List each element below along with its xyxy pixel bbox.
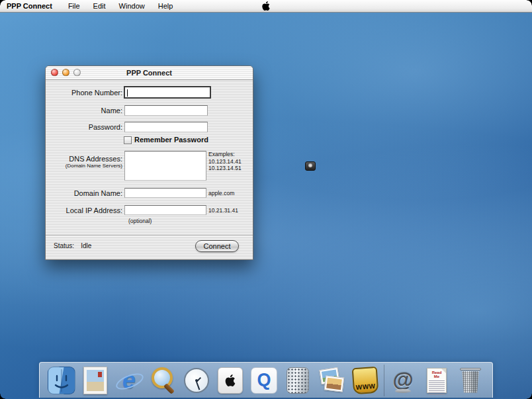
- mail-stamp-icon: [83, 367, 107, 394]
- menu-item-window[interactable]: Window: [119, 2, 145, 10]
- remember-password-checkbox[interactable]: [124, 136, 132, 144]
- domain-name-input[interactable]: [124, 188, 206, 198]
- readme-icon: Read Me: [427, 368, 447, 393]
- image-capture-icon: [317, 366, 346, 395]
- dock-item-readme[interactable]: Read Me: [421, 364, 452, 397]
- mail-at-icon: @: [388, 366, 418, 395]
- dock-item-clock[interactable]: [181, 364, 212, 397]
- dock-item-quicktime[interactable]: Q: [249, 364, 279, 397]
- dock-item-mail[interactable]: [80, 364, 111, 397]
- local-ip-label: Local IP Address:: [48, 206, 122, 214]
- trash-icon: [460, 367, 481, 394]
- dock-item-image-capture[interactable]: [316, 364, 347, 397]
- connect-button[interactable]: Connect: [195, 240, 239, 252]
- dock-separator: [384, 365, 384, 396]
- photo-thumbnail: [324, 375, 344, 392]
- dock-item-system-preferences[interactable]: [215, 364, 245, 397]
- phone-number-label: Phone Number:: [48, 89, 122, 97]
- dns-example-1: 10.123.14.41: [208, 158, 242, 165]
- local-ip-example: 10.21.31.41: [208, 207, 238, 214]
- screen-corner: [527, 394, 532, 399]
- screen-corner: [0, 394, 5, 399]
- dock-item-internet-explorer[interactable]: e: [114, 364, 144, 397]
- dock-item-mail-at[interactable]: @: [388, 364, 418, 397]
- domain-name-label: Domain Name:: [48, 189, 122, 197]
- dns-addresses-label: DNS Addresses:: [48, 155, 122, 163]
- camera-icon[interactable]: [305, 161, 316, 171]
- text-caret: [127, 89, 128, 97]
- music-player-icon: [287, 367, 309, 394]
- window-divider: [46, 235, 253, 236]
- clock-minute-hand: [196, 381, 200, 390]
- clock-hour-hand: [196, 377, 201, 382]
- status-value: Idle: [81, 242, 91, 249]
- optional-note: (optional): [128, 218, 152, 224]
- name-input[interactable]: [124, 105, 208, 116]
- password-input[interactable]: [124, 122, 208, 132]
- desktop: PPP Connect File Edit Window Help PPP Co…: [0, 0, 532, 399]
- name-label: Name:: [48, 107, 122, 114]
- domain-example: apple.com: [208, 190, 234, 197]
- finder-icon: [48, 367, 75, 394]
- menu-item-edit[interactable]: Edit: [93, 2, 106, 10]
- dock: e Q: [39, 362, 493, 398]
- menu-app-name[interactable]: PPP Connect: [7, 2, 52, 10]
- status-label: Status:: [54, 242, 74, 249]
- quicktime-icon: Q: [251, 367, 277, 394]
- dock-item-sherlock[interactable]: [148, 364, 178, 397]
- dns-examples-title: Examples:: [208, 151, 235, 157]
- trash-body: [461, 371, 480, 393]
- window-title: PPP Connect: [46, 69, 253, 77]
- document-text-lines: [429, 380, 445, 395]
- dns-example-2: 10.123.14.51: [208, 165, 242, 171]
- remember-password-label: Remember Password: [134, 136, 208, 144]
- menu-item-file[interactable]: File: [68, 2, 80, 10]
- web-bookmarks-icon: WWW: [352, 366, 379, 394]
- dock-item-trash[interactable]: [455, 364, 486, 397]
- apple-logo-icon[interactable]: [261, 1, 271, 11]
- sherlock-icon: [148, 366, 177, 395]
- dns-sublabel: (Domain Name Servers): [48, 163, 122, 169]
- phone-number-input[interactable]: [124, 86, 211, 99]
- dock-item-music-player[interactable]: [283, 364, 313, 397]
- system-preferences-icon: [218, 367, 243, 394]
- password-label: Password:: [48, 123, 122, 131]
- menu-bar: PPP Connect File Edit Window Help: [0, 0, 532, 13]
- clock-icon: [184, 368, 209, 393]
- ppp-connect-window: PPP Connect Phone Number: Name: Password…: [45, 66, 253, 260]
- dock-item-web-bookmarks[interactable]: WWW: [350, 364, 380, 397]
- internet-explorer-icon: e: [114, 366, 144, 395]
- trash-rim: [460, 368, 481, 371]
- menu-item-help[interactable]: Help: [158, 2, 173, 10]
- window-titlebar[interactable]: PPP Connect: [46, 66, 253, 80]
- local-ip-input[interactable]: [124, 205, 206, 215]
- magnifier-lens: [152, 367, 173, 388]
- dock-item-finder[interactable]: [46, 364, 77, 397]
- status-text: Status:Idle: [54, 242, 91, 249]
- dns-addresses-input[interactable]: [124, 151, 206, 181]
